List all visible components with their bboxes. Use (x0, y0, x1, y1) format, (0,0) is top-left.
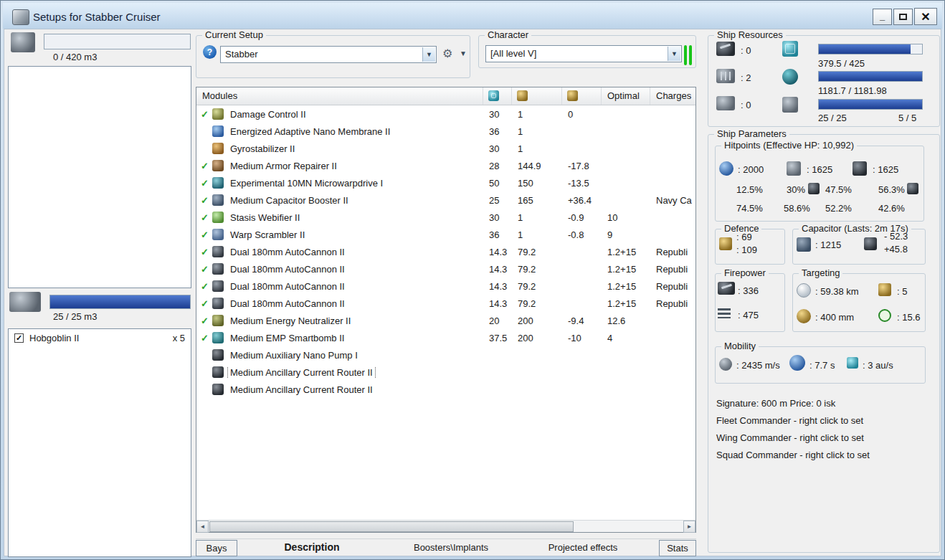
maximize-button[interactable] (893, 9, 913, 25)
column-capacitor[interactable] (562, 87, 602, 105)
setup-menu-dropdown-icon[interactable]: ▼ (460, 49, 467, 57)
modules-hscrollbar[interactable]: ◄ ► (196, 520, 695, 532)
max-targets-value: : 5 (897, 286, 907, 297)
fleet-commander-label[interactable]: Fleet Commander - right click to set (716, 415, 863, 426)
module-row[interactable]: ✓ Medium Capacitor Booster II 25 165 +36… (196, 191, 695, 209)
cargo-list[interactable] (8, 66, 191, 288)
module-powergrid-value: 1 (512, 109, 562, 120)
drone-control-icon (782, 97, 798, 113)
resist-value: 30% (787, 184, 805, 195)
volley-value: : 336 (738, 285, 759, 296)
module-cpu-value: 14.3 (483, 281, 512, 292)
calibration-value: 25 / 25 (818, 113, 847, 123)
resist-icon (907, 183, 918, 194)
hitpoints-legend: Hitpoints (Effective HP: 10,992) (721, 140, 857, 151)
module-icon (212, 315, 224, 326)
module-row[interactable]: ✓ Dual 180mm AutoCannon II 14.3 79.2 1.2… (196, 260, 695, 277)
minimize-button[interactable]: _ (873, 9, 892, 25)
powergrid-bar (818, 71, 923, 82)
tab-bays[interactable]: Bays (196, 540, 237, 556)
tab-divider (196, 538, 696, 539)
shield-icon (719, 161, 733, 176)
module-row[interactable]: Medium Auxiliary Nano Pump I (196, 346, 695, 364)
current-setup-legend: Current Setup (202, 29, 266, 40)
launcher-slots-icon (716, 69, 735, 83)
module-name: Medium EMP Smartbomb II (228, 332, 346, 344)
module-icon (212, 280, 224, 292)
modules-body: ✓ Damage Control II 30 1 0 Energized A (196, 105, 695, 398)
launcher-slots-value: : 2 (741, 72, 751, 83)
module-powergrid-value: 1 (512, 212, 562, 223)
module-row[interactable]: ✓ Medium Energy Neutralizer II 20 200 -9… (196, 312, 695, 329)
fitted-check-icon: ✓ (201, 229, 212, 240)
tab-stats[interactable]: Stats (659, 540, 696, 556)
module-row[interactable]: Medium Ancillary Current Router II (196, 364, 695, 381)
module-powergrid-value: 200 (512, 315, 562, 326)
setup-select[interactable]: Stabber ▼ (220, 46, 437, 63)
module-name: Medium Capacitor Booster II (228, 194, 351, 207)
module-row[interactable]: ✓ Dual 180mm AutoCannon II 14.3 79.2 1.2… (196, 243, 695, 260)
close-button[interactable]: ✕ (914, 8, 937, 25)
character-select[interactable]: [All level V] ▼ (485, 45, 682, 62)
module-row[interactable]: ✓ Dual 180mm AutoCannon II 14.3 79.2 1.2… (196, 295, 695, 312)
module-row[interactable]: Gyrostabilizer II 30 1 (196, 140, 695, 157)
module-row[interactable]: ✓ Stasis Webifier II 30 1 -0.9 10 (196, 209, 695, 226)
module-row[interactable]: ✓ Experimental 10MN Microwarpdrive I 50 … (196, 174, 695, 191)
fitted-check-icon: ✓ (201, 264, 212, 275)
drone-capacity-fill (50, 295, 190, 308)
column-cpu[interactable] (483, 87, 512, 105)
module-optimal-value: 10 (602, 212, 650, 223)
drone-list[interactable]: ✓ Hobgoblin II x 5 (8, 328, 191, 557)
wing-commander-label[interactable]: Wing Commander - right click to set (716, 432, 864, 443)
tab-description[interactable]: Description (265, 540, 359, 556)
scan-resolution-icon (878, 309, 891, 322)
module-cap-value: -0.8 (562, 229, 602, 240)
drone-list-item[interactable]: ✓ Hobgoblin II x 5 (9, 329, 191, 346)
defence-icon (719, 237, 732, 250)
module-optimal-value: 12.6 (602, 315, 650, 326)
scroll-left-icon[interactable]: ◄ (196, 521, 209, 533)
character-grip-icon (689, 45, 692, 65)
module-cap-value: -13.5 (562, 178, 602, 189)
fitted-check-icon: ✓ (201, 161, 212, 171)
capacitor-column-icon (567, 90, 578, 101)
hull-hp-value: : 1625 (873, 164, 898, 175)
module-name: Damage Control II (228, 108, 308, 120)
module-row[interactable]: ✓ Medium EMP Smartbomb II 37.5 200 -10 4 (196, 329, 695, 346)
modules-header: Modules Optimal Charges (196, 87, 695, 105)
cargo-hold-icon (11, 32, 35, 52)
powergrid-column-icon (517, 90, 528, 101)
module-row[interactable]: ✓ Damage Control II 30 1 0 (196, 105, 695, 123)
squad-commander-label[interactable]: Squad Commander - right click to set (716, 450, 870, 460)
title-bar[interactable]: Setups for Stabber Cruiser (3, 3, 942, 29)
column-powergrid[interactable] (512, 87, 562, 105)
scrollbar-thumb[interactable] (209, 521, 574, 532)
tab-boosters-implants[interactable]: Boosters\Implants (394, 540, 508, 556)
module-row[interactable]: Medium Ancillary Current Router II (196, 381, 695, 398)
column-charges[interactable]: Charges (650, 87, 695, 105)
module-optimal-value: 1.2+15 (602, 281, 650, 292)
resist-value: 56.3% (878, 184, 905, 195)
module-charge-value: Republi (650, 247, 695, 257)
module-name: Medium Armor Repairer II (228, 160, 339, 172)
scroll-right-icon[interactable]: ► (683, 521, 695, 533)
module-icon (212, 143, 224, 154)
module-row[interactable]: Energized Adaptive Nano Membrane II 36 1 (196, 123, 695, 140)
module-cpu-value: 36 (483, 126, 512, 137)
setup-tools-icon[interactable]: ⚙ (442, 47, 452, 60)
character-select-dropdown-icon[interactable]: ▼ (668, 47, 680, 61)
column-optimal[interactable]: Optimal (602, 87, 650, 105)
module-icon (212, 177, 224, 189)
app-icon (12, 9, 29, 25)
module-charge-value: Republi (650, 281, 695, 292)
module-row[interactable]: ✓ Dual 180mm AutoCannon II 14.3 79.2 1.2… (196, 277, 695, 295)
column-modules[interactable]: Modules (196, 87, 483, 105)
module-row[interactable]: ✓ Warp Scrambler II 36 1 -0.8 9 (196, 226, 695, 243)
setup-select-dropdown-icon[interactable]: ▼ (422, 47, 435, 62)
help-icon[interactable]: ? (203, 45, 217, 59)
drone-checkbox[interactable]: ✓ (14, 333, 24, 343)
cpu-icon (782, 41, 798, 57)
tab-projected-effects[interactable]: Projected effects (530, 540, 636, 556)
module-row[interactable]: ✓ Medium Armor Repairer II 28 144.9 -17.… (196, 157, 695, 174)
warp-speed-icon (847, 357, 858, 369)
